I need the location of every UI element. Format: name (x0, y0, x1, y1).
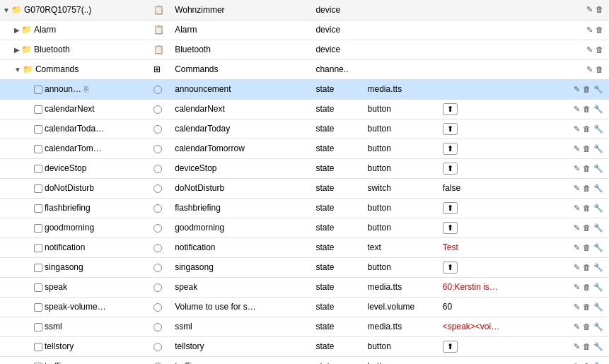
delete-button[interactable]: 🗑 (594, 45, 605, 54)
edit-button[interactable]: ✎ (585, 25, 594, 35)
wrench-button[interactable]: 🔧 (592, 203, 605, 213)
edit-button[interactable]: ✎ (572, 282, 581, 293)
wrench-button[interactable]: 🔧 (592, 302, 605, 312)
delete-button[interactable]: 🗑 (581, 163, 592, 173)
delete-button[interactable]: 🗑 (581, 262, 592, 272)
delete-button[interactable]: 🗑 (581, 223, 592, 233)
row-name-text: ssml (45, 322, 62, 331)
table-row[interactable]: announ…⎘announcementstatemedia.tts✎🗑🔧 (0, 79, 609, 99)
expand-arrow[interactable]: ▼ (14, 66, 21, 74)
table-row[interactable]: speak-volume…Volume to use for s…statele… (0, 297, 609, 317)
label-cell: Bluetooth (172, 40, 313, 59)
delete-button[interactable]: 🗑 (581, 104, 592, 114)
delete-button[interactable]: 🗑 (581, 124, 592, 134)
edit-button[interactable]: ✎ (572, 361, 581, 365)
delete-button[interactable]: 🗑 (581, 341, 592, 351)
edit-button[interactable]: ✎ (572, 302, 581, 312)
upload-button[interactable]: ⬆ (443, 123, 458, 135)
name-cell: singasong (0, 257, 151, 277)
wrench-button[interactable]: 🔧 (592, 282, 605, 293)
table-row[interactable]: traffictrafficstatebutton✎🗑🔧 (0, 356, 609, 364)
table-row[interactable]: doNotDisturbdoNotDisturbstateswitchfalse… (0, 178, 609, 198)
type-cell: state (313, 99, 364, 119)
delete-button[interactable]: 🗑 (581, 203, 592, 213)
wrench-button[interactable]: 🔧 (592, 143, 605, 154)
name-cell: ▼📁G070RQ10757(..) (0, 0, 151, 20)
edit-button[interactable]: ✎ (585, 45, 594, 55)
delete-button[interactable]: 🗑 (581, 361, 592, 365)
wrench-button[interactable]: 🔧 (592, 124, 605, 134)
wrench-button[interactable]: 🔧 (592, 163, 605, 174)
wrench-button[interactable]: 🔧 (592, 183, 605, 194)
expand-arrow[interactable]: ▶ (14, 46, 20, 54)
edit-button[interactable]: ✎ (572, 262, 581, 273)
value-cell: ⬆ (440, 336, 534, 356)
table-row[interactable]: goodmorninggoodmorningstatebutton⬆✎🗑🔧 (0, 218, 609, 237)
edit-button[interactable]: ✎ (585, 64, 594, 75)
table-row[interactable]: ssmlssmlstatemedia.tts<speak><voi…✎🗑🔧 (0, 317, 609, 336)
upload-button[interactable]: ⬆ (443, 262, 458, 274)
role-cell: text (365, 237, 440, 257)
table-row[interactable]: ▶📁Alarm📋Alarmdevice✎🗑 (0, 20, 609, 40)
expand-arrow[interactable]: ▼ (3, 6, 10, 14)
table-row[interactable]: deviceStopdeviceStopstatebutton⬆✎🗑🔧 (0, 158, 609, 178)
name-cell: notification (0, 237, 151, 257)
delete-button[interactable]: 🗑 (581, 282, 592, 292)
wrench-button[interactable]: 🔧 (592, 84, 605, 95)
table-row[interactable]: tellstorytellstorystatebutton⬆✎🗑🔧 (0, 336, 609, 356)
wrench-button[interactable]: 🔧 (592, 223, 605, 233)
delete-button[interactable]: 🗑 (581, 143, 592, 153)
edit-button[interactable]: ✎ (572, 242, 581, 253)
table-row[interactable]: calendarToda…calendarTodaystatebutton⬆✎🗑… (0, 119, 609, 139)
wrench-button[interactable]: 🔧 (592, 104, 605, 115)
table-row[interactable]: ▼📁G070RQ10757(..)📋Wohnzimmerdevice✎🗑 (0, 0, 609, 20)
name-cell: flashbriefing (0, 198, 151, 218)
upload-button[interactable]: ⬆ (443, 143, 458, 155)
delete-button[interactable]: 🗑 (594, 4, 605, 14)
edit-button[interactable]: ✎ (572, 124, 581, 134)
wrench-button[interactable]: 🔧 (592, 341, 605, 352)
edit-button[interactable]: ✎ (572, 341, 581, 352)
table-row[interactable]: speakspeakstatemedia.tts60;Kerstin is…✎🗑… (0, 277, 609, 297)
type-cell: state (313, 139, 364, 158)
expand-arrow[interactable]: ▶ (14, 26, 20, 34)
edit-button[interactable]: ✎ (572, 104, 581, 115)
delete-button[interactable]: 🗑 (581, 183, 592, 193)
table-row[interactable]: ▼📁Commands⊞Commandschanne..✎🗑 (0, 59, 609, 79)
copy-icon[interactable]: ⎘ (84, 85, 89, 93)
actions-cell: ✎🗑🔧 (534, 99, 609, 119)
table-row[interactable]: calendarNextcalendarNextstatebutton⬆✎🗑🔧 (0, 99, 609, 119)
upload-button[interactable]: ⬆ (443, 222, 458, 234)
wrench-button[interactable]: 🔧 (592, 361, 605, 365)
edit-button[interactable]: ✎ (585, 4, 594, 15)
wrench-button[interactable]: 🔧 (592, 242, 605, 253)
delete-button[interactable]: 🗑 (594, 64, 605, 74)
table-row[interactable]: flashbriefingflashbriefingstatebutton⬆✎🗑… (0, 198, 609, 218)
edit-button[interactable]: ✎ (572, 203, 581, 213)
upload-button[interactable]: ⬆ (443, 163, 458, 175)
edit-button[interactable]: ✎ (572, 163, 581, 174)
table-row[interactable]: calendarTom…calendarTomorrowstatebutton⬆… (0, 139, 609, 158)
type-cell: channe.. (313, 59, 364, 79)
upload-button[interactable]: ⬆ (443, 202, 458, 214)
delete-button[interactable]: 🗑 (581, 242, 592, 252)
wrench-button[interactable]: 🔧 (592, 322, 605, 332)
table-row[interactable]: notificationnotificationstatetextTest✎🗑🔧 (0, 237, 609, 257)
delete-button[interactable]: 🗑 (581, 302, 592, 312)
delete-button[interactable]: 🗑 (581, 84, 592, 94)
delete-button[interactable]: 🗑 (581, 322, 592, 331)
upload-button[interactable]: ⬆ (443, 341, 458, 353)
device-icon: 📋 (153, 45, 164, 54)
edit-button[interactable]: ✎ (572, 84, 581, 95)
value-cell: Test (440, 237, 534, 257)
delete-button[interactable]: 🗑 (594, 25, 605, 35)
table-row[interactable]: singasongsingasongstatebutton⬆✎🗑🔧 (0, 257, 609, 277)
table-row[interactable]: ▶📁Bluetooth📋Bluetoothdevice✎🗑 (0, 40, 609, 59)
edit-button[interactable]: ✎ (572, 143, 581, 154)
edit-button[interactable]: ✎ (572, 322, 581, 332)
edit-button[interactable]: ✎ (572, 183, 581, 194)
value-cell (440, 79, 534, 99)
edit-button[interactable]: ✎ (572, 223, 581, 233)
wrench-button[interactable]: 🔧 (592, 262, 605, 273)
upload-button[interactable]: ⬆ (443, 103, 458, 115)
